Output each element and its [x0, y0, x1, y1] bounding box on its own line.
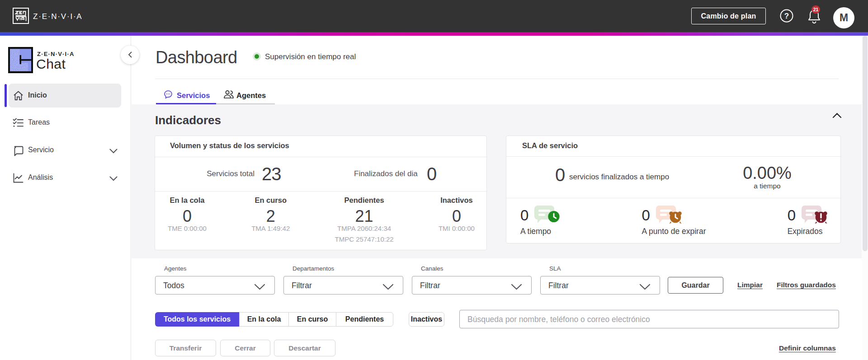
svg-text:?: ?: [784, 12, 789, 20]
